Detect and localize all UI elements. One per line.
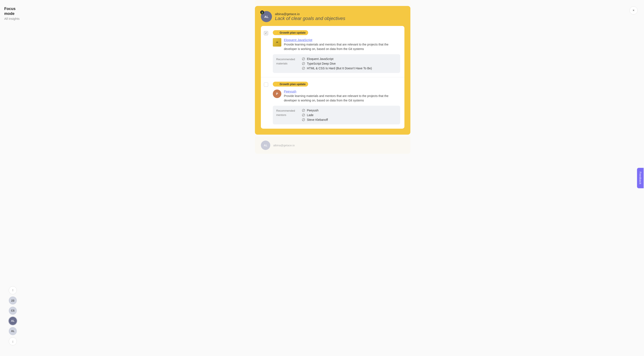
avatar-al-active[interactable]: AL (9, 317, 17, 325)
svg-line-1 (302, 58, 304, 60)
card-person-row-2: P Peeyush Provide learning materials and… (273, 90, 400, 103)
growth-tag-label-1: Growth plan update (280, 31, 306, 34)
card-person-row-1: JS Eloquent JavaScript Provide learning … (273, 38, 400, 51)
rec-items-1: Eloquent JavaScript TypeScript Deep Dive (302, 57, 372, 70)
insight-email: albina@getace.io (275, 12, 345, 16)
checkbox-2[interactable] (264, 83, 268, 87)
svg-line-5 (302, 67, 304, 69)
recommended-section-2: Recommended mentors Peeyush (273, 106, 400, 124)
focus-mode-title: Focus mode (4, 6, 21, 16)
rec-item-icon-1-1 (302, 62, 305, 65)
main-content: 🍃 AL albina@getace.io Lack of clear goal… (26, 0, 644, 356)
rec-item-text-1-2: HTML & CSS Is Hard (But It Doesn't Have … (307, 67, 372, 70)
insight-header-text: albina@getace.io Lack of clear goals and… (275, 12, 345, 21)
rec-item-text-2-2: Steve Klebanoff (307, 118, 328, 121)
bottom-faded-email: albina@getace.io (273, 144, 295, 147)
rec-item-text-2-0: Peeyush (307, 109, 318, 112)
inner-card-content-1: ⚡ Growth plan update JS Eloquent JavaScr… (273, 30, 400, 73)
rec-item-icon-2-2 (302, 118, 305, 121)
rec-item-icon-1-2 (302, 67, 305, 70)
inner-cards-wrapper: ⚡ Growth plan update JS Eloquent JavaScr… (261, 26, 404, 129)
rec-item-1-0: Eloquent JavaScript (302, 57, 372, 61)
rec-item-text-2-1: Lade (307, 113, 314, 117)
all-insights-label: All insights (4, 17, 21, 20)
person-name-2[interactable]: Peeyush (284, 90, 394, 93)
description-2: Provide learning materials and mentors t… (284, 94, 394, 103)
inner-card-1: ⚡ Growth plan update JS Eloquent JavaScr… (261, 26, 404, 77)
growth-tag-2: ⚡ Growth plan update (273, 82, 308, 87)
growth-tag-1: ⚡ Growth plan update (273, 30, 308, 35)
avatar-cs[interactable]: CS (9, 307, 17, 315)
page-container: Focus mode All insights ↑ 23 CS AL AL ↓ … (0, 0, 644, 356)
description-1: Provide learning materials and mentors t… (284, 42, 394, 51)
insight-title: Lack of clear goals and objectives (275, 16, 345, 21)
peeyush-avatar: P (273, 90, 281, 98)
card-text-1: Eloquent JavaScript Provide learning mat… (284, 38, 394, 51)
avatar-badge: 🍃 (260, 10, 264, 14)
svg-line-11 (302, 119, 304, 121)
rec-item-2-1: Lade (302, 113, 328, 117)
insight-card-header: 🍃 AL albina@getace.io Lack of clear goal… (261, 11, 404, 22)
svg-line-7 (302, 109, 304, 111)
rec-item-1-1: TypeScript Deep Dive (302, 62, 372, 65)
checkbox-area-2 (264, 82, 270, 124)
bottom-faded-text: albina@getace.io (273, 144, 295, 147)
book-avatar-1: JS (273, 38, 281, 47)
rec-item-text-1-1: TypeScript Deep Dive (307, 62, 336, 65)
feedback-tab[interactable]: Feedback (637, 168, 644, 188)
inner-card-2: ⚡ Growth plan update P Peeyush Provide l… (261, 77, 404, 129)
checkbox-1[interactable] (264, 31, 268, 35)
nav-down-button[interactable]: ↓ (9, 337, 17, 345)
focus-mode-label: Focus mode All insights (4, 6, 21, 20)
rec-item-2-0: Peeyush (302, 109, 328, 112)
rec-item-text-1-0: Eloquent JavaScript (307, 57, 334, 61)
person-name-1[interactable]: Eloquent JavaScript (284, 38, 394, 42)
rec-label-1: Recommended materials (276, 57, 298, 70)
close-button[interactable]: × (630, 6, 638, 14)
card-text-2: Peeyush Provide learning materials and m… (284, 90, 394, 103)
rec-item-2-2: Steve Klebanoff (302, 118, 328, 121)
avatar-al-2[interactable]: AL (9, 327, 17, 335)
svg-line-3 (302, 62, 304, 65)
rec-item-icon-2-0 (302, 109, 305, 112)
inner-card-content-2: ⚡ Growth plan update P Peeyush Provide l… (273, 82, 400, 124)
nav-up-button[interactable]: ↑ (9, 286, 17, 294)
growth-tag-icon-2: ⚡ (275, 83, 278, 86)
sidebar: Focus mode All insights ↑ 23 CS AL AL ↓ (0, 0, 26, 356)
rec-items-2: Peeyush Lade (302, 109, 328, 121)
checkbox-area-1 (264, 30, 270, 73)
rec-label-2: Recommended mentors (276, 109, 298, 121)
insight-card: 🍃 AL albina@getace.io Lack of clear goal… (255, 6, 410, 135)
bottom-faded-avatar: AL (261, 141, 270, 150)
rec-item-icon-2-1 (302, 113, 305, 117)
growth-tag-label-2: Growth plan update (280, 83, 306, 86)
bottom-faded-card: AL albina@getace.io (255, 137, 410, 154)
recommended-section-1: Recommended materials Eloquent JavaScrip… (273, 54, 400, 73)
sidebar-avatars: ↑ 23 CS AL AL ↓ (4, 286, 21, 350)
rec-item-1-2: HTML & CSS Is Hard (But It Doesn't Have … (302, 67, 372, 70)
avatar-initials: AL (264, 15, 268, 18)
rec-item-icon-1-0 (302, 57, 305, 61)
bottom-faded-avatar-initials: AL (264, 144, 267, 147)
count-chip[interactable]: 23 (9, 296, 17, 305)
insight-avatar: 🍃 AL (261, 11, 272, 22)
top-faded-card (255, 0, 410, 6)
svg-line-9 (302, 114, 304, 116)
growth-tag-icon-1: ⚡ (275, 31, 278, 34)
